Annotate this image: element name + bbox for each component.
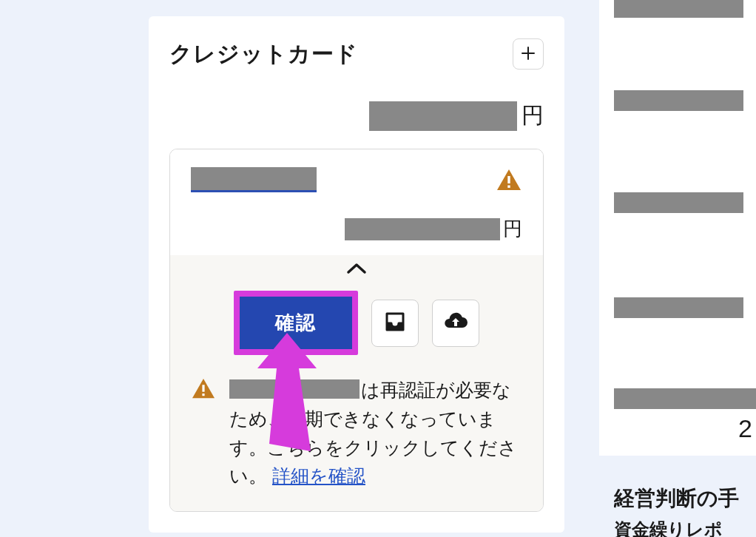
- card-account-item: 円 確認: [169, 149, 544, 512]
- warning-triangle-icon: [496, 168, 522, 192]
- card-amount-redacted: [345, 218, 500, 240]
- warning-triangle-icon: [191, 377, 216, 399]
- card-item-body: 確認 は再認証が必要なため、同期できなくなっ: [170, 255, 543, 511]
- sidebar-number: 2: [738, 414, 752, 443]
- card-item-header: 円: [170, 149, 543, 255]
- right-card: 2: [599, 0, 756, 456]
- cloud-upload-icon: [443, 312, 468, 334]
- inbox-icon: [384, 311, 406, 335]
- sidebar-redacted-3: [614, 192, 743, 213]
- upload-button[interactable]: [432, 300, 479, 347]
- card-name-redacted[interactable]: [191, 167, 317, 192]
- confirm-highlight: 確認: [234, 291, 358, 355]
- add-card-button[interactable]: [513, 38, 544, 70]
- panel-title: クレジットカード: [169, 39, 358, 70]
- sidebar-section-title: 経営判断の手: [614, 484, 756, 513]
- card-item-title-row: [191, 167, 522, 192]
- inbox-button[interactable]: [371, 300, 419, 347]
- sidebar-redacted-4: [614, 297, 743, 318]
- svg-rect-3: [202, 394, 204, 396]
- credit-card-panel: クレジットカード 円 円: [149, 16, 564, 533]
- detail-link[interactable]: 詳細を確認: [272, 465, 365, 486]
- card-currency-label: 円: [503, 216, 522, 242]
- chevron-up-icon[interactable]: [346, 263, 367, 277]
- plus-icon: [522, 44, 535, 64]
- card-item-amount-row: 円: [191, 216, 522, 242]
- confirm-button[interactable]: 確認: [240, 297, 352, 349]
- right-sidebar-fragment: 2 経営判断の手 資金繰りレポ: [599, 0, 756, 537]
- svg-rect-2: [202, 385, 204, 391]
- sidebar-redacted-5: [614, 388, 756, 409]
- total-amount-redacted: [369, 101, 517, 131]
- sidebar-redacted-2: [614, 90, 743, 111]
- total-currency-label: 円: [522, 101, 544, 131]
- panel-header: クレジットカード: [169, 38, 544, 70]
- reauth-target-redacted: [229, 379, 360, 399]
- svg-rect-0: [507, 176, 510, 183]
- reauth-warning-row: は再認証が必要なため、同期できなくなっています。こちらをクリックしてください。 …: [191, 376, 522, 490]
- card-actions-row: 確認: [191, 291, 522, 355]
- sidebar-subsection: 資金繰りレポ: [614, 518, 756, 537]
- collapse-row: [191, 263, 522, 277]
- sidebar-redacted-1: [614, 0, 743, 18]
- reauth-warning-text: は再認証が必要なため、同期できなくなっています。こちらをクリックしてください。 …: [229, 376, 522, 490]
- total-amount-row: 円: [169, 101, 544, 131]
- svg-rect-1: [507, 186, 510, 188]
